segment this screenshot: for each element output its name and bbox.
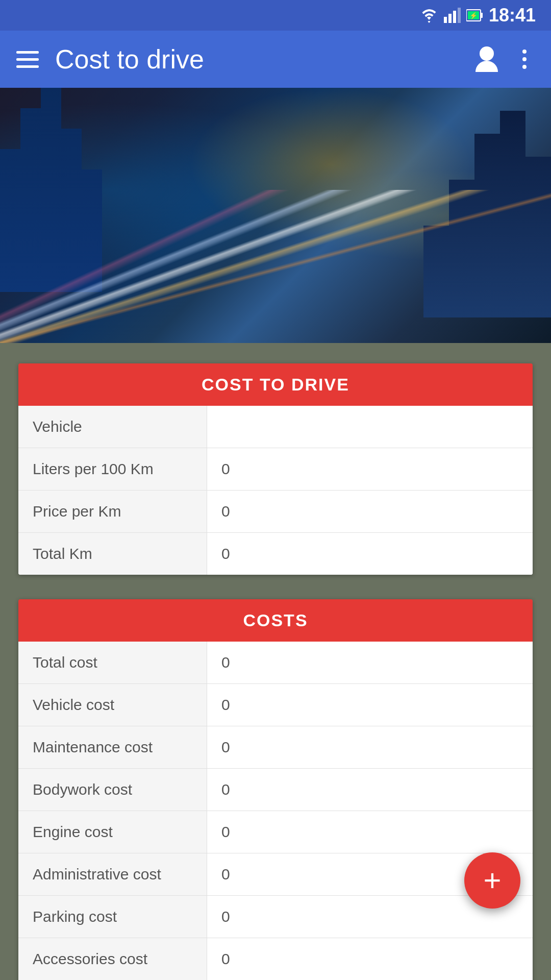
admin-cost-label: Administrative cost bbox=[18, 853, 207, 895]
vehicle-cost-value: 0 bbox=[207, 684, 533, 726]
totalkm-label: Total Km bbox=[18, 533, 207, 575]
hamburger-menu-icon[interactable] bbox=[16, 51, 39, 68]
svg-rect-3 bbox=[458, 8, 461, 23]
vehicle-value bbox=[207, 406, 533, 448]
more-options-icon[interactable] bbox=[514, 48, 535, 70]
costs-card: COSTS Total cost 0 Vehicle cost 0 Mainte… bbox=[18, 599, 533, 980]
table-row: Engine cost 0 bbox=[18, 811, 533, 853]
table-row: Administrative cost 0 bbox=[18, 853, 533, 896]
wifi-icon bbox=[419, 8, 439, 23]
table-row: Parking cost 0 bbox=[18, 896, 533, 938]
user-profile-icon[interactable] bbox=[475, 46, 498, 72]
hero-image bbox=[0, 88, 551, 343]
app-title: Cost to drive bbox=[55, 44, 459, 75]
svg-text:⚡: ⚡ bbox=[469, 11, 478, 20]
accessories-cost-value: 0 bbox=[207, 938, 533, 980]
svg-rect-1 bbox=[448, 14, 452, 23]
status-time: 18:41 bbox=[489, 5, 536, 26]
svg-rect-5 bbox=[481, 13, 483, 18]
vehicle-label: Vehicle bbox=[18, 406, 207, 448]
maintenance-cost-label: Maintenance cost bbox=[18, 726, 207, 768]
signal-icon bbox=[444, 8, 461, 23]
bodywork-cost-value: 0 bbox=[207, 769, 533, 811]
engine-cost-label: Engine cost bbox=[18, 811, 207, 853]
drive-card-title: COST TO DRIVE bbox=[202, 375, 349, 394]
liters-value: 0 bbox=[207, 448, 533, 490]
add-icon: + bbox=[483, 865, 501, 896]
price-value: 0 bbox=[207, 491, 533, 532]
costs-card-header: COSTS bbox=[18, 599, 533, 642]
totalkm-value: 0 bbox=[207, 533, 533, 575]
vehicle-cost-label: Vehicle cost bbox=[18, 684, 207, 726]
table-row: Bodywork cost 0 bbox=[18, 769, 533, 811]
total-cost-label: Total cost bbox=[18, 642, 207, 683]
table-row: Total cost 0 bbox=[18, 642, 533, 684]
maintenance-cost-value: 0 bbox=[207, 726, 533, 768]
parking-cost-label: Parking cost bbox=[18, 896, 207, 938]
table-row: Total Km 0 bbox=[18, 533, 533, 575]
engine-cost-value: 0 bbox=[207, 811, 533, 853]
total-cost-value: 0 bbox=[207, 642, 533, 683]
costs-card-title: COSTS bbox=[243, 610, 308, 630]
accessories-cost-label: Accessories cost bbox=[18, 938, 207, 980]
table-row: Vehicle cost 0 bbox=[18, 684, 533, 726]
liters-label: Liters per 100 Km bbox=[18, 448, 207, 490]
svg-point-8 bbox=[522, 50, 527, 54]
price-label: Price per Km bbox=[18, 491, 207, 532]
bodywork-cost-label: Bodywork cost bbox=[18, 769, 207, 811]
table-row: Liters per 100 Km 0 bbox=[18, 448, 533, 491]
battery-icon: ⚡ bbox=[466, 8, 484, 23]
status-icons: ⚡ 18:41 bbox=[419, 5, 536, 26]
table-row: Vehicle bbox=[18, 406, 533, 448]
table-row: Price per Km 0 bbox=[18, 491, 533, 533]
table-row: Maintenance cost 0 bbox=[18, 726, 533, 769]
app-bar: Cost to drive bbox=[0, 31, 551, 88]
svg-rect-0 bbox=[444, 17, 447, 23]
drive-card-body: Vehicle Liters per 100 Km 0 Price per Km… bbox=[18, 406, 533, 575]
costs-card-body: Total cost 0 Vehicle cost 0 Maintenance … bbox=[18, 642, 533, 980]
table-row: Accessories cost 0 bbox=[18, 938, 533, 980]
drive-card: COST TO DRIVE Vehicle Liters per 100 Km … bbox=[18, 363, 533, 575]
drive-card-header: COST TO DRIVE bbox=[18, 363, 533, 406]
status-bar: ⚡ 18:41 bbox=[0, 0, 551, 31]
svg-point-9 bbox=[522, 57, 527, 61]
add-button[interactable]: + bbox=[464, 852, 520, 909]
svg-point-10 bbox=[522, 65, 527, 69]
svg-rect-2 bbox=[453, 11, 456, 23]
